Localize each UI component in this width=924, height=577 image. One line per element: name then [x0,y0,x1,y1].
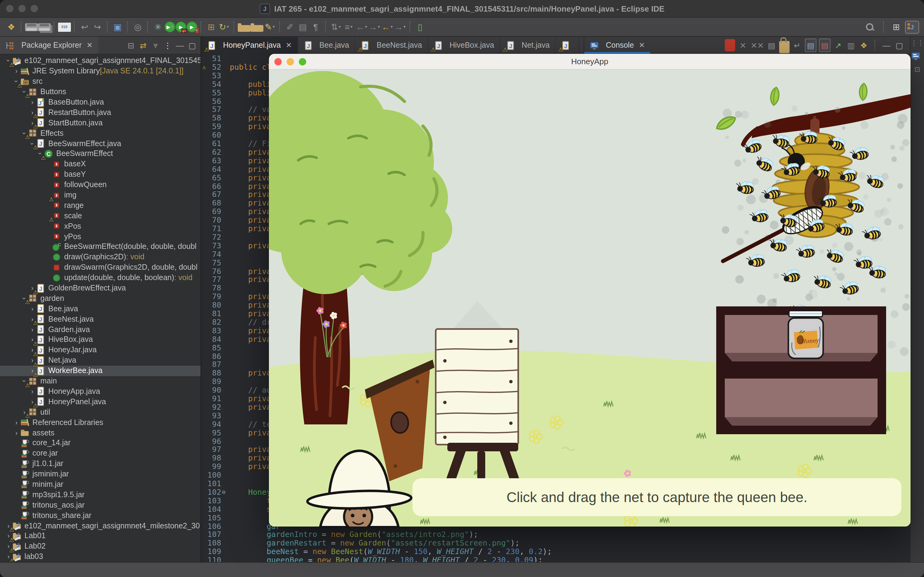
collapse-all-icon[interactable]: ⊟ [126,39,136,52]
pin-console-icon[interactable]: ▤ [805,39,816,52]
word-wrap-icon[interactable]: ↵ [792,39,802,52]
tree-item-honeyjar-java[interactable]: ›J⚠HoneyJar.java [0,345,201,355]
last-edit-location-icon[interactable]: ▯ [414,20,427,34]
tree-item-lab01[interactable]: ›J⚠Lab01 [0,531,201,541]
tree-item-workerbee-java[interactable]: ›J⚠WorkerBee.java [0,366,201,376]
tab-package-explorer[interactable]: Package Explorer ✕ [0,37,98,54]
open-resource-icon[interactable] [238,25,251,32]
zoom-icon[interactable] [299,58,306,65]
tree-item-honeypanel-java[interactable]: ›J⚠HoneyPanel.java [0,396,201,407]
tree-item-basex[interactable]: baseX [0,159,201,169]
tree-item-lab02[interactable]: ›J⚠Lab02 [0,541,201,551]
honey-jar[interactable]: Honey [788,311,823,358]
tree-item-jl1-0-1-jar[interactable]: jl1.0.1.jar [0,458,201,469]
tab-bee-java[interactable]: JBee.java [298,37,355,54]
tree-item-followqueen[interactable]: followQueen [0,179,201,190]
warning-lightbulb-icon[interactable]: ⚠ [202,64,206,70]
restore-view-icon[interactable]: ⊡ [914,66,920,72]
maximize-console-icon[interactable]: ▢ [894,39,905,52]
chevron-collapsed-icon[interactable]: › [13,430,20,436]
tree-item-mp3spi1-9-5-jar[interactable]: mp3spi1.9.5.jar [0,490,201,500]
tree-item-main[interactable]: ›⚠main [0,376,201,386]
tree-item-garden[interactable]: ›⚠garden [0,293,201,304]
tree-item-core-jar[interactable]: core.jar [0,448,201,459]
tree-item-update-double-double-boolean[interactable]: update(double, double, boolean) : void [0,272,201,283]
maximize-icon[interactable]: ▢ [187,39,198,52]
tree-item-e102-manmeet-sagri-assignmnet4-milestone[interactable]: ›J⚠e102_manmeet_sagri_assignmnet4_milest… [0,521,201,531]
new-annotation-icon[interactable]: ▤ [296,20,309,34]
undo-icon[interactable]: ↩ [78,20,91,34]
forward-icon[interactable]: → [394,20,407,34]
chevron-collapsed-icon[interactable]: › [29,326,36,332]
minimize-window-icon[interactable] [18,5,26,12]
previous-annotation-icon[interactable]: ← [355,20,368,34]
tab-console[interactable]: Console✕ [585,37,651,54]
tree-item-core-14-jar[interactable]: core_14.jar [0,438,201,448]
show-whitespace-icon[interactable]: ¶ [309,20,322,34]
redo-icon[interactable]: ↪ [91,20,104,34]
remove-all-launches-icon[interactable]: ✕✕ [750,39,764,52]
chevron-collapsed-icon[interactable]: › [13,419,20,425]
chevron-collapsed-icon[interactable]: › [29,99,36,105]
tree-item-assets[interactable]: ›assets [0,427,201,438]
game-canvas[interactable]: Honey Click and drag the net to capture … [269,70,911,527]
tree-item-util[interactable]: ›⚠util [0,407,201,417]
terminate-icon[interactable] [725,39,735,52]
save-all-icon[interactable] [38,23,51,31]
tree-item-drawswarm-graphics2d-double-doubl[interactable]: drawSwarm(Graphics2D, double, doubl [0,262,201,273]
java-perspective-icon[interactable]: J [905,21,919,33]
chevron-collapsed-icon[interactable]: › [13,68,20,74]
tree-item-basey[interactable]: baseY [0,169,201,180]
tree-item-range[interactable]: range [0,200,201,211]
tree-item-beeswarmeffect-double-double-doubl[interactable]: CBeeSwarmEffect(double, double, doubl [0,242,201,252]
tree-item-e102-manmeet-sagri-assignmnet4-final-301[interactable]: ›J⚠e102_manmeet_sagri_assignmnet4_FINAL_… [0,56,201,66]
display-selected-console-icon[interactable]: ▥ [846,39,856,52]
open-console-icon[interactable]: ▣ [111,20,124,34]
close-icon[interactable] [275,58,282,65]
open-project-icon[interactable] [251,25,264,32]
honeyapp-titlebar[interactable]: HoneyApp [269,54,911,70]
fold-collapse-icon[interactable]: ⊖ [222,488,225,495]
clear-console-icon[interactable]: ▤ [767,39,777,52]
close-icon[interactable]: ✕ [87,41,93,50]
back-icon[interactable]: ← [381,20,394,34]
open-perspective-icon[interactable]: ⊞ [890,20,903,34]
chevron-collapsed-icon[interactable]: › [29,388,36,395]
tree-item-jsminim-jar[interactable]: jsminim.jar [0,469,201,479]
open-new-console-icon[interactable]: ❖ [859,39,869,52]
link-with-editor-icon[interactable]: ⇄ [138,39,148,52]
tab-hivebox-java[interactable]: J⚠HiveBox.java [428,37,500,54]
tree-item-tritonus-share-jar[interactable]: tritonus_share.jar [0,510,201,521]
tab-partial[interactable]: J⚠ [556,37,580,54]
tree-item-draw-graphics2d[interactable]: draw(Graphics2D) : void [0,252,201,262]
search-icon[interactable]: ✎ [264,20,276,34]
new-wizard-icon[interactable]: ❖ [5,20,18,34]
save-icon[interactable] [25,23,38,31]
hive-box[interactable] [436,329,518,445]
run-last-tool-icon[interactable]: ↻ [217,20,230,34]
tree-item-minim-jar[interactable]: minim.jar [0,479,201,490]
minimize-icon[interactable] [287,58,294,65]
view-menu-icon[interactable]: ⋮ [162,39,173,52]
tree-item-src[interactable]: ›⚠src [0,76,201,87]
tree-item-honeyapp-java[interactable]: ›JHoneyApp.java [0,386,201,396]
minimize-icon[interactable]: — [175,39,185,52]
run-icon[interactable]: ▶ [164,21,175,32]
next-annotation-icon[interactable]: → [368,20,381,34]
tree-item-hivebox-java[interactable]: ›J⚠HiveBox.java [0,335,201,345]
tree-item-bee-java[interactable]: ›JBee.java [0,304,201,314]
tree-item-net-java[interactable]: ›J⚠Net.java [0,355,201,366]
chevron-collapsed-icon[interactable]: › [29,306,36,312]
console-view-icon[interactable] [911,52,920,61]
tree-item-garden-java[interactable]: ›JGarden.java [0,324,201,335]
sort-icon[interactable]: ⇅ [329,20,342,34]
tree-item-xpos[interactable]: xPos [0,221,201,232]
minimize-console-icon[interactable]: — [881,39,892,52]
tab-net-java[interactable]: J⚠Net.java [500,37,556,54]
tree-item-ypos[interactable]: yPos [0,231,201,242]
tree-item-jre-system-library[interactable]: ›JRE System Library [Java SE 24.0.1 [24.… [0,66,201,76]
debug-icon[interactable]: ✳ [151,20,164,34]
new-java-element-icon[interactable]: ⊞ [205,20,217,34]
eclipse-titlebar[interactable]: J IAT 265 - e102_manmeet_sagri_assignmne… [0,0,924,18]
tree-item-basebutton-java[interactable]: ›JABaseButton.java [0,97,201,107]
